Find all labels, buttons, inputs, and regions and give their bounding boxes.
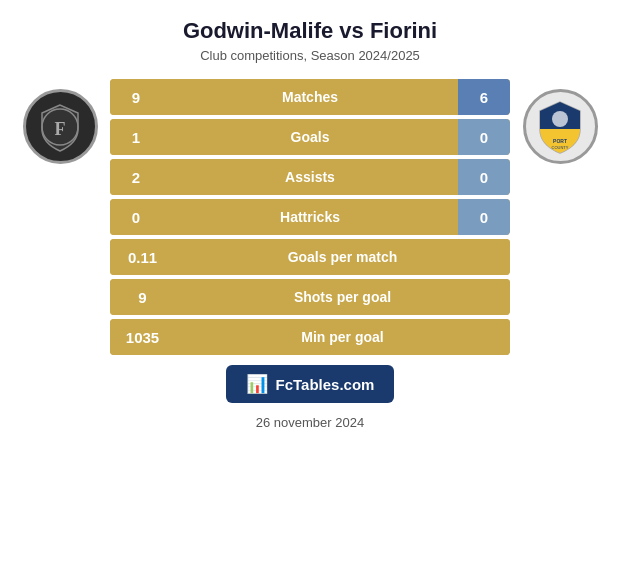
- min-per-goal-left: 1035: [110, 319, 175, 355]
- footer-date: 26 november 2024: [256, 415, 364, 430]
- right-crest-svg: PORT COUNTY: [530, 97, 590, 157]
- goals-label: Goals: [162, 119, 458, 155]
- hattricks-right: 0: [458, 199, 510, 235]
- left-team-logo: F: [10, 79, 110, 164]
- goals-right: 0: [458, 119, 510, 155]
- goals-left: 1: [110, 119, 162, 155]
- matches-left: 9: [110, 79, 162, 115]
- fctables-icon: 📊: [246, 373, 268, 395]
- goals-per-match-left: 0.11: [110, 239, 175, 275]
- matches-label: Matches: [162, 79, 458, 115]
- svg-text:PORT: PORT: [553, 138, 567, 144]
- subtitle: Club competitions, Season 2024/2025: [200, 48, 420, 63]
- svg-text:COUNTY: COUNTY: [552, 145, 569, 150]
- svg-text:F: F: [55, 119, 66, 139]
- fctables-banner[interactable]: 📊 FcTables.com: [226, 365, 395, 403]
- shots-per-goal-left: 9: [110, 279, 175, 315]
- assists-row: 2 Assists 0: [110, 159, 510, 195]
- matches-row: 9 Matches 6: [110, 79, 510, 115]
- fctables-text: FcTables.com: [276, 376, 375, 393]
- left-crest-svg: F: [34, 101, 86, 153]
- goals-per-match-row: 0.11 Goals per match: [110, 239, 510, 275]
- hattricks-label: Hattricks: [162, 199, 458, 235]
- shots-per-goal-row: 9 Shots per goal: [110, 279, 510, 315]
- hattricks-row: 0 Hattricks 0: [110, 199, 510, 235]
- goals-row: 1 Goals 0: [110, 119, 510, 155]
- shots-per-goal-label: Shots per goal: [175, 279, 510, 315]
- assists-label: Assists: [162, 159, 458, 195]
- hattricks-left: 0: [110, 199, 162, 235]
- min-per-goal-label: Min per goal: [175, 319, 510, 355]
- right-team-logo: PORT COUNTY: [510, 79, 610, 164]
- matches-right: 6: [458, 79, 510, 115]
- svg-point-2: [552, 111, 568, 127]
- goals-per-match-label: Goals per match: [175, 239, 510, 275]
- assists-left: 2: [110, 159, 162, 195]
- assists-right: 0: [458, 159, 510, 195]
- main-content: F 9 Matches 6 1 Goals 0 2 Assists 0 0: [0, 79, 620, 355]
- right-badge: PORT COUNTY: [523, 89, 598, 164]
- stats-container: 9 Matches 6 1 Goals 0 2 Assists 0 0 Hatt…: [110, 79, 510, 355]
- left-badge: F: [23, 89, 98, 164]
- min-per-goal-row: 1035 Min per goal: [110, 319, 510, 355]
- page-title: Godwin-Malife vs Fiorini: [183, 18, 437, 44]
